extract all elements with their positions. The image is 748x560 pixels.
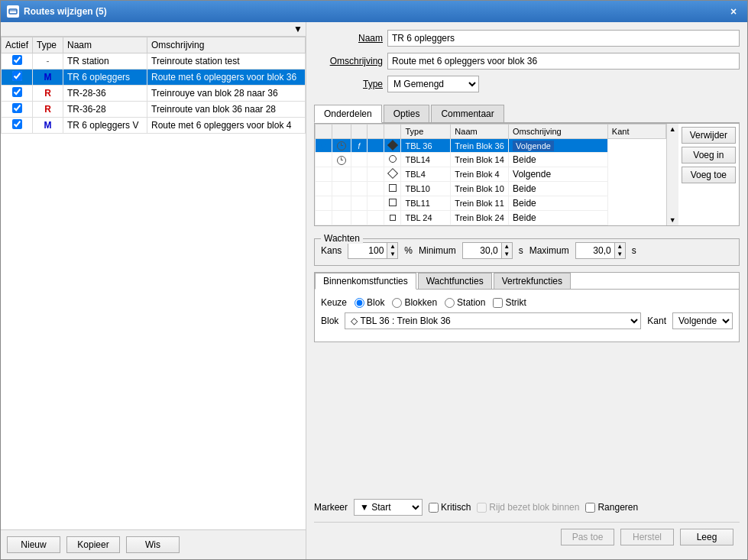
actief-checkbox[interactable] xyxy=(12,71,22,81)
blokken-tab-wacht[interactable]: Wachtfuncties xyxy=(418,273,492,289)
parts-area: Type Naam Omschrijving Kant ▽ f TBL 36 xyxy=(314,123,740,226)
minimum-unit: s xyxy=(519,245,523,256)
icon-col3 xyxy=(351,182,368,196)
blokken-section: Binnenkomstfuncties Wachtfuncties Vertre… xyxy=(314,272,740,342)
max-spin-down[interactable]: ▼ xyxy=(614,251,625,258)
maximum-input[interactable] xyxy=(576,243,614,258)
naam-cell: TR-36-28 xyxy=(63,102,147,118)
list-item[interactable]: M TR 6 opleggers Route met 6 opleggers v… xyxy=(2,70,306,86)
naam-input[interactable] xyxy=(387,30,740,47)
voeg-toe-button[interactable]: Voeg toe xyxy=(682,167,736,183)
scroll-down-arrow[interactable]: ▼ xyxy=(669,216,676,224)
icon-col4 xyxy=(368,196,384,211)
icon-col2 xyxy=(332,153,351,167)
strikt-label: Strikt xyxy=(505,297,526,308)
kans-spin-down[interactable]: ▼ xyxy=(387,251,397,258)
omschrijving-row: Omschrijving xyxy=(314,53,740,70)
kant-select[interactable]: Volgende Beide xyxy=(672,312,733,329)
radio-blokken[interactable] xyxy=(392,298,402,308)
desc-cell: Treinroute station test xyxy=(147,53,306,70)
actief-checkbox[interactable] xyxy=(12,119,22,129)
tab-onderdelen[interactable]: Onderdelen xyxy=(314,105,382,123)
icon-col4 xyxy=(368,182,384,196)
table-row[interactable]: ▽ f TBL 36 Trein Blok 36 Volgende xyxy=(316,139,666,153)
max-spin: ▲ ▼ xyxy=(614,243,625,258)
col-naam: Naam xyxy=(63,37,147,53)
minimum-input[interactable] xyxy=(463,243,501,258)
naam-row: Naam xyxy=(314,30,740,47)
blok-select[interactable]: ◇ TBL 36 : Trein Blok 36 xyxy=(345,312,641,329)
col-kant: Kant xyxy=(607,125,665,139)
rijd-bezet-wrap[interactable]: Rijd bezet blok binnen xyxy=(477,502,579,513)
voeg-in-button[interactable]: Voeg in xyxy=(682,147,736,163)
type-select[interactable]: M Gemengd R Rijroute xyxy=(387,76,479,92)
radio-blok-wrap[interactable]: Blok xyxy=(355,297,384,308)
list-item[interactable]: - TR station Treinroute station test xyxy=(2,53,306,70)
max-spin-up[interactable]: ▲ xyxy=(614,243,625,251)
actief-checkbox[interactable] xyxy=(12,87,22,97)
icon-col1: ▽ xyxy=(316,139,332,153)
strikt-wrap[interactable]: Strikt xyxy=(493,297,526,308)
table-row[interactable]: TBL10 Trein Blok 10 Beide xyxy=(316,182,666,196)
blokken-tab-binnenkomst[interactable]: Binnenkomstfuncties xyxy=(315,273,416,290)
icon-col3 xyxy=(351,196,368,211)
omschrijving-cell: Trein Blok 24 xyxy=(451,211,509,225)
blokken-tabs: Binnenkomstfuncties Wachtfuncties Vertre… xyxy=(315,273,739,290)
title-bar: Routes wijzigen (5) × xyxy=(1,1,747,22)
tab-opties[interactable]: Opties xyxy=(384,105,430,122)
table-row[interactable]: TBL 24 Trein Blok 24 Beide xyxy=(316,211,666,225)
icon-col2 xyxy=(332,182,351,196)
kans-spin-up[interactable]: ▲ xyxy=(387,243,397,251)
kopieer-button[interactable]: Kopieer xyxy=(66,536,120,553)
icon-col1 xyxy=(316,153,332,167)
min-spin-up[interactable]: ▲ xyxy=(501,243,512,251)
radio-blok[interactable] xyxy=(355,298,364,308)
kritisch-checkbox[interactable] xyxy=(429,503,439,513)
radio-station-label: Station xyxy=(457,297,485,308)
collapse-arrow[interactable]: ▼ xyxy=(1,22,306,37)
markeer-label: Markeer xyxy=(314,502,348,513)
naam-cell: TBL 24 xyxy=(401,211,451,225)
kans-input[interactable] xyxy=(348,243,387,258)
kant-cell: Volgende xyxy=(509,167,608,182)
nieuw-button[interactable]: Nieuw xyxy=(7,536,60,553)
radio-station-wrap[interactable]: Station xyxy=(445,297,485,308)
kritisch-wrap[interactable]: Kritisch xyxy=(429,502,471,513)
actief-checkbox[interactable] xyxy=(12,55,22,65)
omschrijving-cell: Trein Blok 14 xyxy=(451,153,509,167)
col-icon1 xyxy=(316,125,332,139)
icon-col2 xyxy=(332,211,351,225)
icon-col3 xyxy=(351,167,368,182)
parts-scrollbar[interactable]: ▲ ▼ xyxy=(666,124,678,225)
leeg-button[interactable]: Leeg xyxy=(680,529,733,545)
list-item[interactable]: M TR 6 opleggers V Route met 6 opleggers… xyxy=(2,118,306,134)
close-button[interactable]: × xyxy=(726,4,741,19)
radio-blokken-wrap[interactable]: Blokken xyxy=(392,297,437,308)
table-row[interactable]: TBL14 Trein Blok 14 Beide xyxy=(316,153,666,167)
omschrijving-input[interactable] xyxy=(387,53,740,70)
list-item[interactable]: R TR-28-36 Treinrouye van blok 28 naar 3… xyxy=(2,86,306,102)
rijd-bezet-checkbox[interactable] xyxy=(477,503,487,513)
tab-commentaar[interactable]: Commentaar xyxy=(431,105,504,122)
verwijder-button[interactable]: Verwijder xyxy=(682,127,736,144)
markeer-select[interactable]: ▼ Start ▼ Einde xyxy=(354,499,423,516)
min-spin: ▲ ▼ xyxy=(501,243,512,258)
table-row[interactable]: TBL11 Trein Blok 11 Beide xyxy=(316,196,666,211)
herstel-button[interactable]: Herstel xyxy=(620,529,674,545)
wis-button[interactable]: Wis xyxy=(126,536,180,553)
table-row[interactable]: TBL4 Trein Blok 4 Volgende xyxy=(316,167,666,182)
omschrijving-cell: Trein Blok 4 xyxy=(451,167,509,182)
radio-station[interactable] xyxy=(445,298,455,308)
rangeren-checkbox[interactable] xyxy=(585,503,595,513)
naam-cell: TBL4 xyxy=(401,167,451,182)
min-spin-down[interactable]: ▼ xyxy=(501,251,512,258)
strikt-checkbox[interactable] xyxy=(493,298,503,308)
blokken-tab-vertrek[interactable]: Vertrekfuncties xyxy=(494,273,571,289)
list-item[interactable]: R TR-36-28 Treinroute van blok 36 naar 2… xyxy=(2,102,306,118)
scroll-up-arrow[interactable]: ▲ xyxy=(669,125,676,133)
pas-toe-button[interactable]: Pas toe xyxy=(561,529,614,545)
actief-checkbox[interactable] xyxy=(12,103,22,113)
rangeren-wrap[interactable]: Rangeren xyxy=(585,502,638,513)
kant-cell: Beide xyxy=(509,196,608,211)
icon-col4 xyxy=(368,153,384,167)
